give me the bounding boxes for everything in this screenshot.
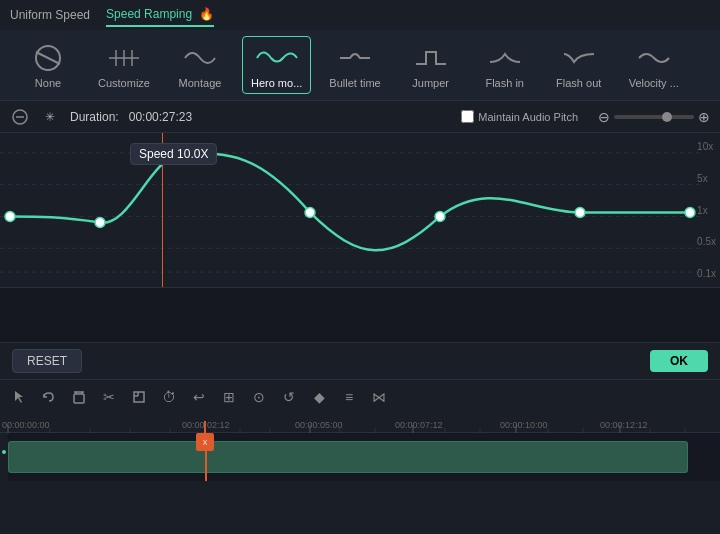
preset-hero-icon bbox=[253, 41, 301, 75]
time-0: 00:00:00:00 bbox=[2, 420, 50, 430]
time-2: 00:00:05:00 bbox=[295, 420, 343, 430]
svg-point-17 bbox=[435, 211, 445, 221]
svg-point-16 bbox=[305, 208, 315, 218]
playhead-line bbox=[162, 133, 163, 287]
y-label-1x: 1x bbox=[697, 205, 716, 216]
track-icon bbox=[0, 433, 8, 481]
preset-none[interactable]: None bbox=[16, 37, 80, 93]
delete-tool[interactable] bbox=[68, 386, 90, 408]
preset-jumper-label: Jumper bbox=[412, 77, 449, 89]
svg-point-18 bbox=[575, 208, 585, 218]
tab-speed-ramping[interactable]: Speed Ramping 🔥 bbox=[106, 3, 214, 27]
preset-flash-out[interactable]: Flash out bbox=[547, 37, 611, 93]
preset-jumper-icon bbox=[407, 41, 455, 75]
tab-bar: Uniform Speed Speed Ramping 🔥 bbox=[0, 0, 720, 30]
svg-text:X: X bbox=[203, 439, 208, 446]
duration-value: 00:00:27:23 bbox=[129, 110, 192, 124]
preset-flash-in-label: Flash in bbox=[485, 77, 524, 89]
svg-point-15 bbox=[156, 149, 170, 163]
controls-bar: ✳ Duration: 00:00:27:23 Maintain Audio P… bbox=[0, 101, 720, 133]
svg-line-1 bbox=[36, 52, 60, 64]
y-label-01x: 0.1x bbox=[697, 268, 716, 279]
zoom-in-button[interactable]: ⊕ bbox=[698, 109, 710, 125]
timeline-area: 00:00:00:00 00:00:02:12 00:00:05:00 00:0… bbox=[0, 413, 720, 481]
zoom-thumb bbox=[662, 112, 672, 122]
audio-pitch-control[interactable]: Maintain Audio Pitch bbox=[461, 110, 578, 123]
preset-montage-label: Montage bbox=[179, 77, 222, 89]
fire-icon: 🔥 bbox=[199, 7, 214, 21]
preset-velocity-icon bbox=[630, 41, 678, 75]
preset-bullet-label: Bullet time bbox=[329, 77, 380, 89]
preset-none-label: None bbox=[35, 77, 61, 89]
preset-jumper[interactable]: Jumper bbox=[399, 37, 463, 93]
y-label-5x: 5x bbox=[697, 173, 716, 184]
adjustment-tool[interactable]: ≡ bbox=[338, 386, 360, 408]
svg-point-14 bbox=[95, 217, 105, 227]
svg-point-19 bbox=[685, 208, 695, 218]
preset-flash-in-icon bbox=[481, 41, 529, 75]
preset-flash-out-label: Flash out bbox=[556, 77, 601, 89]
undo-tool[interactable] bbox=[38, 386, 60, 408]
timer-tool[interactable]: ⊙ bbox=[248, 386, 270, 408]
preset-flash-in[interactable]: Flash in bbox=[473, 37, 537, 93]
preset-velocity-label: Velocity ... bbox=[629, 77, 679, 89]
y-axis-labels: 10x 5x 1x 0.5x 0.1x bbox=[697, 133, 716, 287]
zoom-controls: ⊖ ⊕ bbox=[598, 109, 710, 125]
svg-rect-24 bbox=[134, 392, 144, 402]
preset-bullet[interactable]: Bullet time bbox=[321, 37, 388, 93]
loop-tool[interactable]: ↺ bbox=[278, 386, 300, 408]
speed-tool[interactable]: ⏱ bbox=[158, 386, 180, 408]
playhead-marker: X bbox=[196, 433, 214, 451]
crop-tool[interactable] bbox=[128, 386, 150, 408]
y-label-05x: 0.5x bbox=[697, 236, 716, 247]
preset-customize[interactable]: Customize bbox=[90, 37, 158, 93]
tab-uniform-speed[interactable]: Uniform Speed bbox=[10, 4, 90, 26]
preset-customize-label: Customize bbox=[98, 77, 150, 89]
reset-button[interactable]: RESET bbox=[12, 349, 82, 373]
keyframe-tool[interactable]: ◆ bbox=[308, 386, 330, 408]
svg-rect-20 bbox=[74, 394, 84, 403]
time-1: 00:00:02:12 bbox=[182, 420, 230, 430]
preset-hero[interactable]: Hero mo... bbox=[242, 36, 311, 94]
svg-point-47 bbox=[2, 450, 6, 454]
timeline-track: X bbox=[0, 433, 720, 481]
pointer-tool[interactable] bbox=[8, 386, 30, 408]
zoom-out-button[interactable]: ⊖ bbox=[598, 109, 610, 125]
audio-pitch-label: Maintain Audio Pitch bbox=[478, 111, 578, 123]
preset-montage-icon bbox=[176, 41, 224, 75]
preset-montage[interactable]: Montage bbox=[168, 37, 232, 93]
edit-toolbar: ✂ ⏱ ↩ ⊞ ⊙ ↺ ◆ ≡ ⋈ bbox=[0, 379, 720, 413]
presets-row: None Customize Montage Hero mo... Bullet… bbox=[0, 30, 720, 101]
preset-none-icon bbox=[24, 41, 72, 75]
transform-tool[interactable]: ⊞ bbox=[218, 386, 240, 408]
audio-pitch-checkbox[interactable] bbox=[461, 110, 474, 123]
time-3: 00:00:07:12 bbox=[395, 420, 443, 430]
svg-point-13 bbox=[5, 211, 15, 221]
preset-flash-out-icon bbox=[555, 41, 603, 75]
preset-customize-icon bbox=[100, 41, 148, 75]
split-audio-tool[interactable]: ⋈ bbox=[368, 386, 390, 408]
empty-area bbox=[0, 288, 720, 343]
cut-tool[interactable]: ✂ bbox=[98, 386, 120, 408]
zoom-slider[interactable] bbox=[614, 115, 694, 119]
snowflake-icon[interactable]: ✳ bbox=[40, 107, 60, 127]
time-4: 00:00:10:00 bbox=[500, 420, 548, 430]
timeline-ruler: 00:00:00:00 00:00:02:12 00:00:05:00 00:0… bbox=[0, 413, 720, 433]
ok-button[interactable]: OK bbox=[650, 350, 708, 372]
bottom-toolbar: RESET OK bbox=[0, 343, 720, 379]
speed-graph: Speed 10.0X 10x 5x 1x 0.5x 0.1x bbox=[0, 133, 720, 288]
minus-circle-icon[interactable] bbox=[10, 107, 30, 127]
timeline-clip[interactable] bbox=[8, 441, 688, 473]
rotate-tool[interactable]: ↩ bbox=[188, 386, 210, 408]
y-label-10x: 10x bbox=[697, 141, 716, 152]
preset-bullet-icon bbox=[331, 41, 379, 75]
preset-velocity[interactable]: Velocity ... bbox=[621, 37, 687, 93]
time-5: 00:00:12:12 bbox=[600, 420, 648, 430]
preset-hero-label: Hero mo... bbox=[251, 77, 302, 89]
duration-label: Duration: bbox=[70, 110, 119, 124]
